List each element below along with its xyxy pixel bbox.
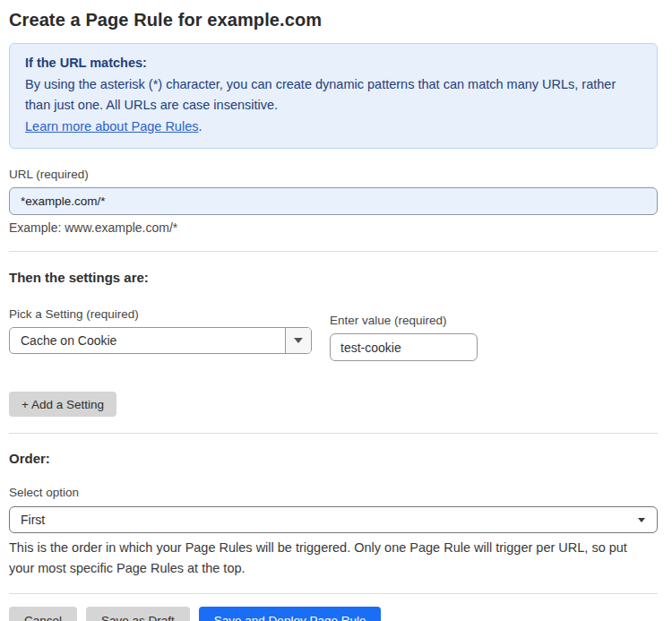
add-setting-button[interactable]: + Add a Setting — [9, 392, 116, 417]
info-box-body: By using the asterisk (*) character, you… — [25, 74, 642, 116]
setting-picker-label: Pick a Setting (required) — [9, 307, 312, 322]
url-input[interactable] — [9, 187, 658, 215]
create-page-rule-form: Create a Page Rule for example.com If th… — [0, 0, 672, 621]
link-suffix: . — [198, 119, 202, 134]
url-label: URL (required) — [9, 168, 658, 182]
info-box-heading: If the URL matches: — [25, 53, 642, 74]
order-section-heading: Order: — [9, 451, 658, 467]
setting-value-input[interactable] — [330, 333, 478, 361]
order-select-value: First — [10, 513, 638, 527]
learn-more-link[interactable]: Learn more about Page Rules — [25, 119, 198, 134]
chevron-down-icon[interactable] — [285, 328, 311, 353]
setting-picker-column: Pick a Setting (required) Cache on Cooki… — [9, 307, 312, 361]
save-and-deploy-button[interactable]: Save and Deploy Page Rule — [199, 607, 382, 621]
order-help-text: This is the order in which your Page Rul… — [9, 538, 656, 579]
setting-row: Pick a Setting (required) Cache on Cooki… — [9, 307, 658, 361]
section-divider — [9, 251, 658, 252]
order-select[interactable]: First — [9, 506, 658, 533]
setting-value-column: Enter value (required) — [330, 314, 478, 361]
setting-select[interactable]: Cache on Cookie — [9, 327, 312, 354]
settings-section-heading: Then the settings are: — [9, 270, 658, 286]
url-match-info-box: If the URL matches: By using the asteris… — [9, 43, 658, 149]
page-title: Create a Page Rule for example.com — [9, 9, 658, 30]
info-box-link-line: Learn more about Page Rules. — [25, 116, 642, 138]
order-select-label: Select option — [9, 486, 658, 500]
setting-select-value: Cache on Cookie — [10, 333, 285, 348]
url-example-text: Example: www.example.com/* — [9, 220, 658, 236]
setting-value-label: Enter value (required) — [330, 314, 478, 328]
section-divider — [9, 593, 658, 594]
cancel-button[interactable]: Cancel — [9, 607, 77, 621]
section-divider — [9, 433, 658, 434]
form-actions: Cancel Save as Draft Save and Deploy Pag… — [9, 607, 658, 621]
chevron-down-icon — [638, 518, 657, 522]
save-as-draft-button[interactable]: Save as Draft — [86, 607, 190, 621]
